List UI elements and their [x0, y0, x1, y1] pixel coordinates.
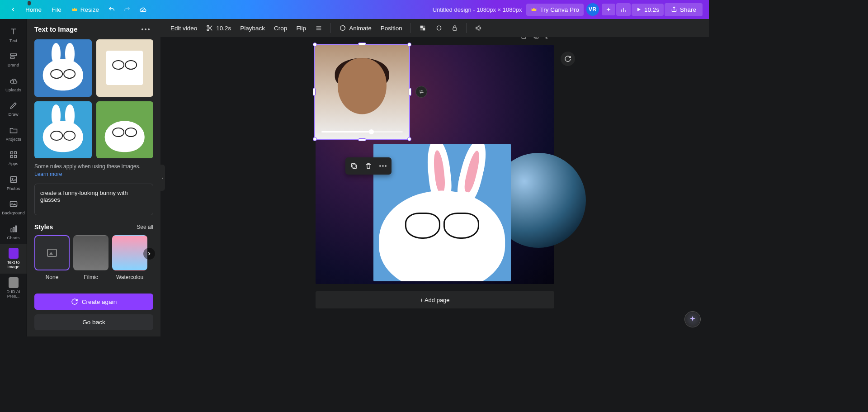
file-menu[interactable]: File — [47, 4, 66, 16]
rail-did[interactable]: D-ID AI Pres... — [0, 274, 27, 303]
position-button[interactable]: Position — [377, 22, 406, 34]
trim-duration: 10.2s — [216, 25, 231, 32]
rail-apps[interactable]: Apps — [0, 146, 27, 170]
swap-button[interactable] — [415, 86, 427, 98]
rail-draw[interactable]: Draw — [0, 96, 27, 121]
playback-button[interactable]: Playback — [236, 22, 269, 34]
lock-button[interactable] — [448, 22, 462, 34]
try-pro-button[interactable]: Try Canva Pro — [526, 4, 584, 16]
insights-button[interactable] — [616, 3, 631, 16]
back-button[interactable] — [6, 4, 20, 15]
result-thumb[interactable] — [34, 101, 92, 159]
rail-text[interactable]: Text — [0, 23, 27, 47]
board-lock-icon[interactable] — [520, 37, 527, 39]
result-thumb[interactable] — [34, 39, 92, 97]
app-header: Home File Resize Untitled design - 1080p… — [0, 0, 709, 19]
cloud-sync-button[interactable] — [135, 3, 151, 16]
add-member-button[interactable] — [602, 4, 615, 15]
redo-button[interactable] — [120, 3, 134, 16]
present-button[interactable]: 10.2s — [632, 4, 664, 16]
styles-next-button[interactable] — [143, 248, 155, 260]
resize-handle[interactable] — [358, 43, 366, 45]
rail-brand[interactable]: Brand — [0, 47, 27, 71]
prompt-input[interactable]: create a funny-looking bunny with glasse… — [34, 184, 153, 215]
crown-icon — [71, 6, 78, 13]
animate-button[interactable]: Animate — [335, 22, 375, 34]
rail-photos[interactable]: Photos — [0, 170, 27, 195]
resize-handle[interactable] — [358, 138, 366, 141]
bunny-image[interactable] — [373, 144, 511, 281]
style-none[interactable]: None — [34, 235, 70, 280]
landscape-icon — [9, 199, 18, 208]
style-name: Filmic — [84, 274, 98, 280]
rail-uploads-label: Uploads — [5, 88, 21, 92]
document-title[interactable]: Untitled design - 1080px × 1080px — [433, 6, 522, 13]
see-all-link[interactable]: See all — [137, 224, 153, 230]
style-watercolour[interactable]: Watercolou — [112, 235, 147, 280]
duplicate-button[interactable] — [347, 159, 361, 173]
resize-handle[interactable] — [313, 137, 317, 141]
redo-icon — [123, 6, 131, 13]
svg-rect-9 — [10, 152, 13, 154]
trim-button[interactable]: 10.2s — [203, 22, 235, 34]
selected-video-element[interactable] — [314, 44, 410, 140]
share-icon — [671, 6, 677, 13]
add-page-button[interactable]: + Add page — [316, 291, 554, 308]
panel-header: Text to Image — [27, 19, 160, 39]
style-filmic[interactable]: Filmic — [73, 235, 108, 280]
rail-charts[interactable]: Charts — [0, 220, 27, 244]
animate-icon — [339, 24, 346, 32]
rail-background[interactable]: Background — [0, 195, 27, 219]
share-button[interactable]: Share — [665, 3, 703, 16]
resize-button[interactable]: Resize — [67, 4, 104, 16]
go-back-button[interactable]: Go back — [34, 314, 153, 330]
board-duplicate-icon[interactable] — [533, 37, 539, 39]
avatar[interactable]: VR — [586, 3, 599, 16]
svg-rect-40 — [351, 164, 355, 167]
result-thumb[interactable] — [96, 101, 154, 159]
board-expand-icon[interactable] — [545, 37, 552, 39]
rail-projects[interactable]: Projects — [0, 121, 27, 146]
resize-handle[interactable] — [407, 137, 411, 141]
edit-video-button[interactable]: Edit video — [167, 22, 201, 34]
side-rail: Text Brand Uploads Draw Projects Apps Ph… — [0, 19, 27, 336]
design-board[interactable] — [316, 45, 554, 284]
crop-button[interactable]: Crop — [270, 22, 291, 34]
svg-rect-33 — [420, 28, 422, 30]
panel-more-button[interactable] — [138, 26, 153, 33]
video-progress[interactable] — [321, 131, 403, 133]
editor-column: Edit video 10.2s Playback Crop Flip Anim… — [160, 19, 709, 336]
more-icon — [142, 28, 150, 30]
resize-handle[interactable] — [313, 43, 317, 47]
align-button[interactable] — [311, 22, 326, 34]
rail-uploads[interactable]: Uploads — [0, 72, 27, 96]
rules-text: Some rules apply when using these images… — [34, 163, 153, 178]
lines-icon — [315, 24, 322, 32]
flip-button[interactable]: Flip — [292, 22, 310, 34]
delete-button[interactable] — [362, 159, 375, 173]
rail-photos-label: Photos — [7, 186, 20, 191]
create-again-button[interactable]: Create again — [34, 294, 153, 310]
volume-button[interactable] — [471, 22, 486, 34]
undo-button[interactable] — [104, 3, 119, 16]
resize-handle[interactable] — [409, 88, 411, 96]
side-panel: Text to Image Some rules apply when usin… — [27, 19, 160, 336]
canvas-area[interactable]: + Add page — [160, 37, 709, 336]
result-thumb[interactable] — [96, 39, 154, 97]
resize-handle[interactable] — [407, 43, 411, 47]
regenerate-fab[interactable] — [561, 52, 575, 66]
learn-more-link[interactable]: Learn more — [34, 171, 62, 177]
more-button[interactable] — [376, 159, 390, 173]
info-button[interactable] — [432, 22, 446, 34]
assistant-fab[interactable] — [684, 311, 701, 327]
home-button[interactable]: Home — [21, 4, 46, 16]
results-grid — [34, 39, 153, 158]
panel-collapse-button[interactable] — [160, 165, 165, 191]
resize-handle[interactable] — [313, 88, 316, 96]
svg-rect-32 — [423, 26, 425, 28]
rail-text-to-image[interactable]: Text to Image — [0, 244, 27, 274]
rail-brand-label: Brand — [8, 63, 19, 67]
sparkle-icon — [689, 315, 697, 323]
transparency-button[interactable] — [415, 22, 430, 34]
panel-scroll[interactable]: Some rules apply when using these images… — [27, 39, 160, 289]
